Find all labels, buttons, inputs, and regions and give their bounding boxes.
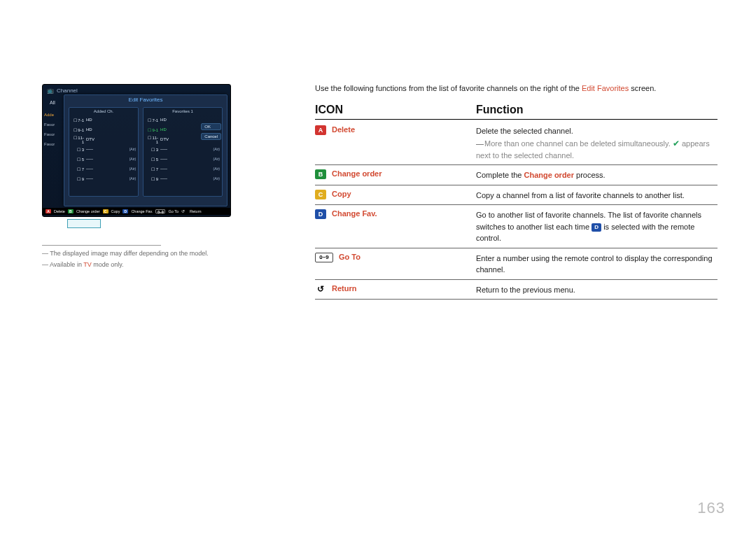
function-description: Enter a number using the remote control …: [476, 253, 718, 276]
icon-label: Change Fav.: [332, 209, 377, 218]
tv-fav-list: Favorites 1 ☐ 7-1HD☐ 9-1HD☐ 11-1DTV☐ 3--…: [143, 107, 223, 197]
footnote: ― The displayed image may differ dependi…: [42, 250, 259, 257]
icon-label: Delete: [332, 125, 355, 134]
tv-added-list: Added Ch. ☐ 7-1HD☐ 9-1HD☐ 11-1DTV☐ 3----…: [69, 107, 139, 197]
tv-channel-row: ☐ 11-1DTV: [71, 134, 136, 144]
tv-channel-row: ☐ 5-----(Air): [71, 154, 136, 164]
tv-screenshot: 📺 Channel All Adde Favor Favor Favor Edi…: [42, 84, 231, 217]
tv-modal: Edit Favorites Added Ch. ☐ 7-1HD☐ 9-1HD☐…: [64, 94, 227, 206]
channel-icon: 📺: [47, 87, 54, 94]
tv-channel-row: ☐ 7-----(Air): [71, 164, 136, 174]
tv-list-title: Favorites 1: [146, 109, 220, 113]
key-a-icon: A: [46, 209, 51, 213]
tv-footer-label: Go To: [168, 209, 178, 213]
key-d-icon: D: [122, 209, 128, 213]
key-c-icon: C: [103, 209, 108, 213]
tv-screen-title: Channel: [57, 87, 78, 94]
function-table: ICON Function ADeleteDelete the selected…: [315, 104, 718, 300]
tv-footer: ADelete BChange order CCopy DChange Fav.…: [43, 208, 230, 215]
key-b-icon: B: [68, 209, 74, 213]
table-row: DChange Fav.Go to another list of favori…: [315, 205, 718, 248]
footnote: ― Available in TV mode only.: [42, 261, 259, 268]
tv-ok-button: OK: [201, 123, 221, 130]
function-description: Return to the previous menu.: [476, 284, 718, 296]
tv-footer-label: Change Fav.: [131, 209, 153, 213]
table-row: ↺ReturnReturn to the previous menu.: [315, 280, 718, 300]
function-description: Copy a channel from a list of favorite c…: [476, 190, 718, 202]
key-d-icon: D: [315, 209, 326, 219]
page-number: 163: [697, 499, 725, 517]
intro-text: Use the following functions from the lis…: [315, 84, 718, 92]
tv-channel-row: ☐ 3-----(Air): [146, 144, 220, 154]
table-header: ICON Function: [315, 104, 718, 120]
footnote-separator: [42, 245, 161, 246]
tv-channel-row: ☐ 5-----(Air): [146, 154, 220, 164]
tv-channel-row: ☐ 7-1HD: [71, 115, 136, 125]
tv-side-item: Favor: [44, 122, 55, 127]
tv-modal-title: Edit Favorites: [64, 95, 227, 104]
tv-channel-row: ☐ 9-----(Air): [146, 174, 220, 183]
key-k09-icon: 0~9: [315, 253, 333, 262]
tv-footer-label: Delete: [54, 209, 65, 213]
tv-footer-label: Return: [190, 209, 202, 213]
table-row: 0~9Go ToEnter a number using the remote …: [315, 248, 718, 280]
tv-channel-row: ☐ 3-----(Air): [71, 144, 136, 154]
th-icon: ICON: [315, 104, 476, 116]
key-b-icon: B: [315, 169, 326, 179]
tv-footer-label: Change order: [76, 209, 100, 213]
tv-channel-row: ☐ 9-----(Air): [71, 174, 136, 183]
highlight-box: [67, 219, 101, 228]
th-function: Function: [476, 104, 718, 116]
tv-cancel-button: Cancel: [201, 133, 221, 140]
table-row: ADeleteDelete the selected channel.―More…: [315, 121, 718, 165]
key-09-icon: 0~9: [155, 209, 165, 213]
tv-side-item: Favor: [44, 132, 55, 136]
tv-channel-row: ☐ 7-----(Air): [146, 164, 220, 174]
icon-label: Change order: [332, 169, 382, 178]
icon-label: Copy: [332, 190, 351, 198]
tv-side-item: Favor: [44, 142, 55, 146]
return-icon: ↺: [181, 209, 187, 213]
tv-list-title: Added Ch.: [71, 109, 136, 113]
icon-label: Return: [332, 284, 356, 293]
tv-footer-label: Copy: [111, 209, 120, 213]
key-ret-icon: ↺: [315, 284, 326, 294]
function-description: Complete the Change order process.: [476, 169, 718, 181]
table-row: BChange orderComplete the Change order p…: [315, 165, 718, 185]
table-row: CCopyCopy a channel from a list of favor…: [315, 185, 718, 206]
key-c-icon: C: [315, 190, 326, 199]
key-a-icon: A: [315, 125, 326, 135]
icon-label: Go To: [339, 253, 360, 261]
tv-side-item: Adde: [44, 113, 55, 117]
function-description: Delete the selected channel.―More than o…: [476, 125, 718, 161]
tv-channel-row: ☐ 9-1HD: [71, 125, 136, 134]
tv-all-label: All: [50, 100, 55, 105]
function-description: Go to another list of favorite channels.…: [476, 209, 718, 244]
tv-sidebar: Adde Favor Favor Favor: [43, 113, 55, 146]
